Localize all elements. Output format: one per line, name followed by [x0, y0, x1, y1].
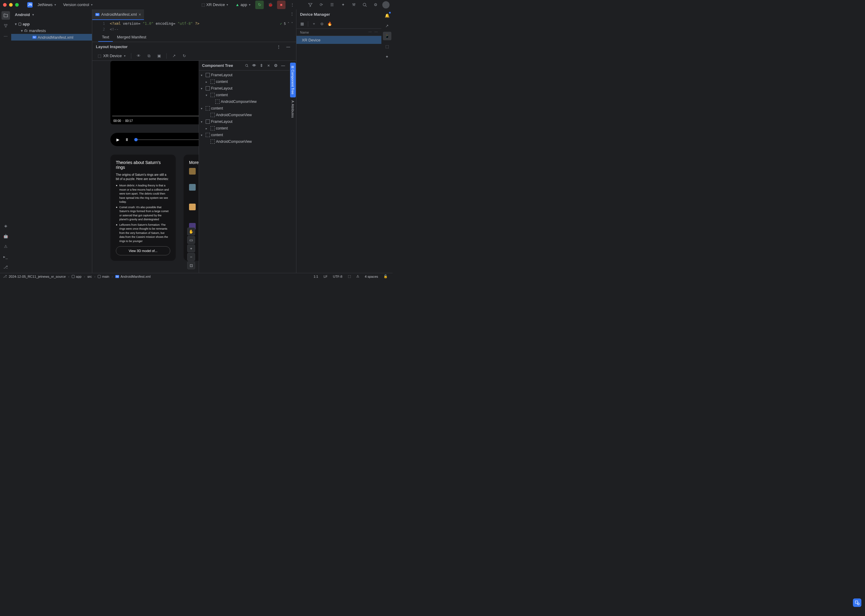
component-tree-item[interactable]: ▾FrameLayout: [199, 72, 289, 79]
notifications-button[interactable]: 🔔: [383, 11, 391, 20]
cursor-position[interactable]: 1:1: [312, 275, 320, 278]
zoom-out-button[interactable]: −: [187, 253, 195, 261]
sync-button[interactable]: ⟳: [317, 1, 325, 9]
dm-add[interactable]: +: [311, 20, 317, 27]
ct-settings[interactable]: ⚙: [273, 62, 279, 69]
more-actions[interactable]: ⋮: [288, 1, 297, 9]
status-indicator[interactable]: ⬚: [346, 274, 353, 278]
line-ending[interactable]: LF: [322, 275, 330, 278]
breadcrumb[interactable]: src: [87, 275, 92, 278]
build-button[interactable]: ⚒: [350, 1, 358, 9]
vcs-tool-button[interactable]: ⎇: [2, 262, 10, 271]
video-timeline[interactable]: [112, 116, 199, 116]
component-tree-item[interactable]: ▾FrameLayout: [199, 118, 289, 125]
lock-status[interactable]: 🔓: [382, 274, 389, 278]
debug-button[interactable]: 🐞: [266, 1, 275, 9]
minimize-window[interactable]: [9, 3, 13, 7]
select-button[interactable]: ▭: [187, 236, 195, 244]
inspector-device-select[interactable]: ⬚ XR Device ▾: [95, 53, 128, 59]
expand-toggle[interactable]: ▾: [201, 87, 204, 90]
more-tools-button[interactable]: ⋯: [2, 32, 10, 40]
indent-info[interactable]: 4 spaces: [363, 275, 380, 278]
maximize-window[interactable]: [15, 3, 19, 7]
component-tree-item[interactable]: ▾content: [199, 132, 289, 138]
eye-button[interactable]: 👁: [134, 52, 143, 60]
problem-indicators[interactable]: ✓ 5 ˄ ˅: [280, 21, 293, 27]
ai-button[interactable]: ✦: [383, 52, 391, 61]
structure-tool-button[interactable]: [2, 22, 10, 30]
ct-expand[interactable]: ⇕: [258, 62, 265, 69]
snapshot-button[interactable]: ▣: [155, 52, 163, 60]
vcs-selector[interactable]: Version control ▾: [61, 1, 95, 8]
code-area[interactable]: ✓ 5 ˄ ˅ <?xml version= "1.0" encoding= "…: [110, 20, 296, 33]
fit-button[interactable]: ⊡: [187, 261, 195, 269]
editor-body[interactable]: 1 2 ✓ 5 ˄ ˅ <?xml version= "1.0": [92, 20, 296, 33]
article-item[interactable]: Mars: Our Next Home? Article and images …: [189, 168, 199, 180]
link-button[interactable]: ↗: [383, 22, 391, 30]
device-row[interactable]: XR Device: [297, 36, 381, 44]
expand-toggle[interactable]: ▸: [206, 127, 209, 130]
list-button[interactable]: ☰: [328, 1, 336, 9]
video-player[interactable]: 00:00 · 00:17 ⚙: [110, 61, 199, 124]
tree-item-manifests[interactable]: ▾ 🗀 manifests: [11, 27, 92, 34]
expand-toggle[interactable]: ▾: [201, 74, 204, 77]
project-tool-button[interactable]: [2, 11, 10, 20]
pause-icon[interactable]: ⏸: [125, 137, 129, 142]
run-config-selector[interactable]: ▲ app ▾: [233, 1, 253, 8]
emulator-button[interactable]: ⬚: [383, 42, 391, 50]
sub-tab-merged[interactable]: Merged Manifest: [113, 33, 150, 42]
problems-button[interactable]: ⚠: [2, 242, 10, 250]
device-manager-button[interactable]: 📱: [383, 32, 391, 40]
dm-wifi[interactable]: ⊚: [319, 20, 325, 27]
audio-thumb[interactable]: [134, 138, 138, 141]
expand-toggle[interactable]: ▾: [201, 134, 204, 137]
export-button[interactable]: ↗: [170, 52, 178, 60]
tree-item-app[interactable]: ▾ ▢ app: [11, 20, 92, 27]
filter-icon-button[interactable]: [306, 1, 314, 9]
editor-tab[interactable]: M AndroidManifest.xml ×: [92, 9, 144, 20]
expand-toggle[interactable]: ▾: [201, 120, 204, 123]
search-button[interactable]: [361, 1, 369, 9]
expand-toggle[interactable]: ▸: [206, 80, 209, 83]
up-arrow-icon[interactable]: ˄: [287, 21, 289, 27]
dm-fire[interactable]: 🔥: [327, 20, 333, 27]
ct-search[interactable]: [243, 62, 250, 69]
sub-tab-text[interactable]: Text: [98, 33, 113, 42]
settings-button[interactable]: ⚙: [371, 1, 380, 9]
audio-progress[interactable]: [134, 139, 199, 140]
component-tree-item[interactable]: ▾content: [199, 105, 289, 112]
component-tree-item[interactable]: ▸content: [199, 125, 289, 132]
component-tree-item[interactable]: AndroidComposeView: [199, 112, 289, 118]
dm-grid[interactable]: ▦: [299, 20, 306, 27]
inspector-options[interactable]: ⋮: [274, 42, 283, 51]
component-tree-item[interactable]: ▾content: [199, 92, 289, 98]
status-warning[interactable]: ⚠: [355, 274, 361, 278]
minimize-button[interactable]: —: [284, 42, 292, 51]
article-item[interactable]: Saturn: The Lord of the Rings Article an…: [189, 184, 199, 200]
component-tree-item[interactable]: AndroidComposeView: [199, 138, 289, 145]
ct-eye[interactable]: 👁: [251, 62, 257, 69]
chevron-down-icon[interactable]: ▾: [32, 13, 34, 16]
expand-toggle[interactable]: ▾: [15, 22, 17, 26]
ct-collapse[interactable]: ×: [265, 62, 272, 69]
project-scope-label[interactable]: Android: [15, 13, 30, 17]
profiler-button[interactable]: ✦: [339, 1, 347, 9]
device-selector[interactable]: ⬚ XR Device ▾: [199, 1, 231, 8]
expand-toggle[interactable]: ▾: [206, 93, 209, 97]
component-tree-item[interactable]: ▸content: [199, 79, 289, 85]
git-branch[interactable]: 2024-12-05_RC11_jetnews_xr_source: [9, 275, 66, 278]
breadcrumb[interactable]: MAndroidManifest.xml: [115, 275, 151, 278]
project-selector[interactable]: JetNews ▾: [35, 1, 58, 8]
zoom-in-button[interactable]: +: [187, 244, 195, 252]
close-tab-icon[interactable]: ×: [138, 12, 141, 17]
breadcrumb[interactable]: main: [98, 275, 109, 278]
editor-options[interactable]: ⋮: [287, 9, 296, 18]
stop-button[interactable]: ■: [277, 1, 286, 9]
overlay-button[interactable]: ⧉: [144, 52, 153, 60]
ct-minimize[interactable]: —: [280, 62, 286, 69]
close-window[interactable]: [3, 3, 7, 7]
component-tree-tab[interactable]: ⊞ Component Tree: [290, 63, 296, 97]
attributes-tab[interactable]: A Attributes: [290, 97, 295, 121]
article-item[interactable]: What Happens if the Sun Dies? Article an…: [189, 204, 199, 220]
database-button[interactable]: ◈: [2, 222, 10, 230]
